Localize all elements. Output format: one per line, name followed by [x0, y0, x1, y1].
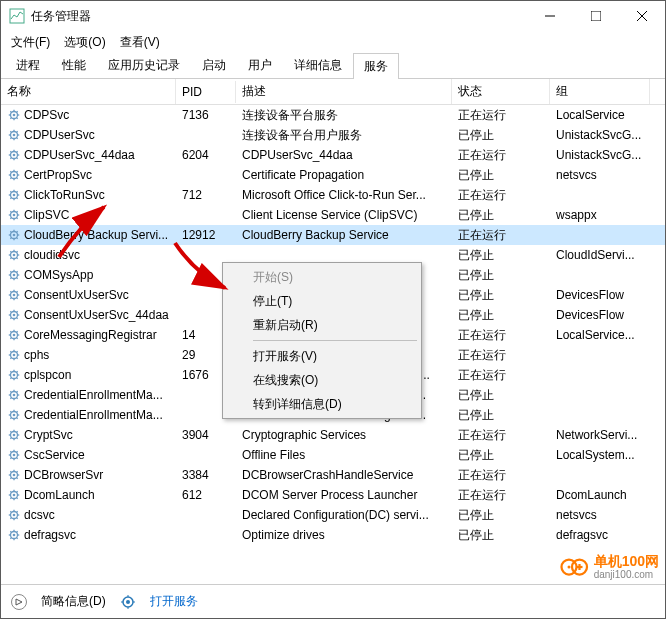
window-controls [527, 1, 665, 31]
svg-point-96 [13, 294, 16, 297]
service-status: 已停止 [452, 307, 550, 324]
svg-line-193 [10, 478, 11, 479]
service-group: DevicesFlow [550, 308, 650, 322]
tab-应用历史记录[interactable]: 应用历史记录 [97, 52, 191, 78]
cm-restart[interactable]: 重新启动(R) [225, 313, 419, 337]
service-desc: DCOM Server Process Launcher [236, 488, 452, 502]
svg-line-202 [16, 498, 17, 499]
col-name[interactable]: 名称 [1, 79, 176, 104]
svg-line-72 [16, 238, 17, 239]
svg-line-24 [16, 132, 17, 133]
menu-view[interactable]: 查看(V) [120, 34, 160, 51]
footer-simple-info[interactable]: 简略信息(D) [41, 593, 106, 610]
service-name: CryptSvc [24, 428, 73, 442]
service-group: wsappx [550, 208, 650, 222]
table-row[interactable]: CertPropSvcCertificate Propagation已停止net… [1, 165, 665, 185]
footer-open-services[interactable]: 打开服务 [150, 593, 198, 610]
svg-line-31 [10, 152, 11, 153]
service-group: LocalService [550, 108, 650, 122]
svg-line-184 [16, 452, 17, 453]
svg-line-64 [16, 212, 17, 213]
service-group: defragsvc [550, 528, 650, 542]
gear-icon [7, 188, 21, 202]
svg-line-81 [10, 252, 11, 253]
svg-line-42 [16, 178, 17, 179]
watermark-text-2: danji100.com [594, 569, 659, 580]
gear-icon [7, 228, 21, 242]
tab-详细信息[interactable]: 详细信息 [283, 52, 353, 78]
svg-point-216 [13, 534, 16, 537]
service-pid: 12912 [176, 228, 236, 242]
service-name: CscService [24, 448, 85, 462]
col-pid[interactable]: PID [176, 81, 236, 103]
table-row[interactable]: CDPUserSvc_44daa6204CDPUserSvc_44daa正在运行… [1, 145, 665, 165]
minimize-button[interactable] [527, 1, 573, 31]
service-status: 已停止 [452, 287, 550, 304]
svg-line-213 [10, 518, 11, 519]
svg-line-161 [10, 412, 11, 413]
table-row[interactable]: CDPUserSvc连接设备平台用户服务已停止UnistackSvcG... [1, 125, 665, 145]
svg-line-54 [16, 192, 17, 193]
tab-进程[interactable]: 进程 [5, 52, 51, 78]
table-row[interactable]: CloudBerry Backup Servi...12912CloudBerr… [1, 225, 665, 245]
menu-file[interactable]: 文件(F) [11, 34, 50, 51]
service-name: ClipSVC [24, 208, 69, 222]
table-row[interactable]: DcomLaunch612DCOM Server Process Launche… [1, 485, 665, 505]
gear-icon [7, 488, 21, 502]
gear-icon [7, 348, 21, 362]
table-row[interactable]: ClipSVCClient License Service (ClipSVC)已… [1, 205, 665, 225]
cm-go-to-details[interactable]: 转到详细信息(D) [225, 392, 419, 416]
service-status: 已停止 [452, 447, 550, 464]
svg-line-93 [10, 278, 11, 279]
close-button[interactable] [619, 1, 665, 31]
cm-open-services[interactable]: 打开服务(V) [225, 344, 419, 368]
col-group[interactable]: 组 [550, 79, 650, 104]
svg-line-111 [10, 312, 11, 313]
service-name: CertPropSvc [24, 168, 92, 182]
col-desc[interactable]: 描述 [236, 79, 452, 104]
svg-point-166 [13, 434, 16, 437]
service-status: 正在运行 [452, 187, 550, 204]
tab-性能[interactable]: 性能 [51, 52, 97, 78]
table-row[interactable]: ClickToRunSvc712Microsoft Office Click-t… [1, 185, 665, 205]
service-status: 正在运行 [452, 487, 550, 504]
footer-bar: 简略信息(D) 打开服务 [1, 584, 665, 618]
maximize-button[interactable] [573, 1, 619, 31]
table-row[interactable]: CryptSvc3904Cryptographic Services正在运行Ne… [1, 425, 665, 445]
cm-search-online[interactable]: 在线搜索(O) [225, 368, 419, 392]
service-desc: Microsoft Office Click-to-Run Ser... [236, 188, 452, 202]
svg-point-116 [13, 334, 16, 337]
gear-icon [7, 528, 21, 542]
gear-icon [7, 508, 21, 522]
expand-icon[interactable] [11, 594, 27, 610]
service-name: DcomLaunch [24, 488, 95, 502]
service-desc: 连接设备平台用户服务 [236, 127, 452, 144]
gear-icon [7, 268, 21, 282]
table-row[interactable]: DCBrowserSvr3384DCBrowserCrashHandleServ… [1, 465, 665, 485]
svg-line-82 [16, 258, 17, 259]
menu-options[interactable]: 选项(O) [64, 34, 105, 51]
tab-bar: 进程性能应用历史记录启动用户详细信息服务 [1, 53, 665, 79]
tab-用户[interactable]: 用户 [237, 52, 283, 78]
service-name: CredentialEnrollmentMa... [24, 388, 163, 402]
svg-line-43 [10, 178, 11, 179]
col-status[interactable]: 状态 [452, 79, 550, 104]
watermark: 单机100网danji100.com [560, 554, 659, 580]
table-row[interactable]: dcsvcDeclared Configuration(DC) servi...… [1, 505, 665, 525]
tab-服务[interactable]: 服务 [353, 53, 399, 79]
table-row[interactable]: CDPSvc7136连接设备平台服务正在运行LocalService [1, 105, 665, 125]
table-row[interactable]: defragsvcOptimize drives已停止defragsvc [1, 525, 665, 545]
svg-point-186 [13, 474, 16, 477]
table-row[interactable]: CscServiceOffline Files已停止LocalSystem... [1, 445, 665, 465]
svg-line-74 [16, 232, 17, 233]
svg-line-214 [16, 512, 17, 513]
svg-line-223 [10, 538, 11, 539]
svg-line-92 [16, 278, 17, 279]
svg-line-201 [10, 492, 11, 493]
svg-line-121 [10, 332, 11, 333]
svg-line-122 [16, 338, 17, 339]
cm-stop[interactable]: 停止(T) [225, 289, 419, 313]
watermark-logo [560, 556, 590, 578]
tab-启动[interactable]: 启动 [191, 52, 237, 78]
svg-point-66 [13, 234, 16, 237]
